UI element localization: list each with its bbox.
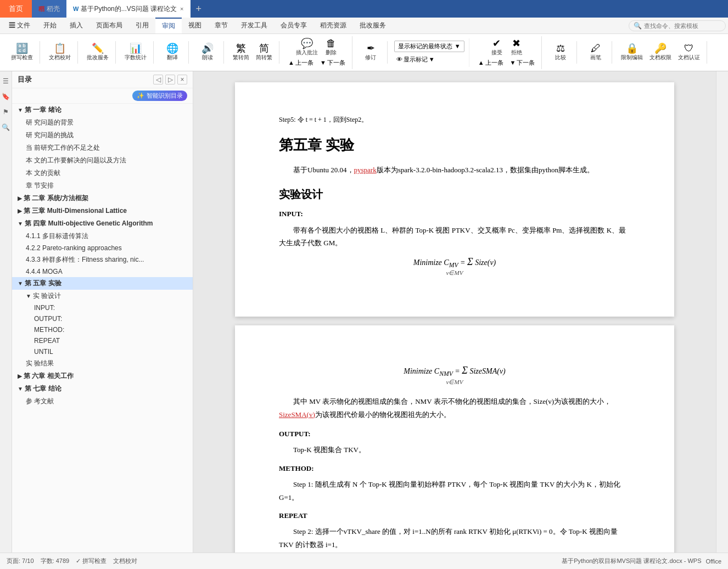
toc-ch4-item1[interactable]: 4.1.1 多目标遗传算法 bbox=[12, 230, 193, 243]
ribbon-tab-insert[interactable]: 插入 bbox=[63, 18, 89, 33]
toc-references[interactable]: 参 考文献 bbox=[12, 395, 193, 408]
toc-ch5-s1-method[interactable]: METHOD: bbox=[12, 324, 193, 335]
toc-ch5-s1-output[interactable]: OUTPUT: bbox=[12, 313, 193, 324]
show-markup-btn[interactable]: 👁 显示标记 ▼ bbox=[394, 54, 464, 65]
doc-tab-close[interactable]: × bbox=[180, 5, 183, 12]
ribbon-group-tradsimp: 繁 繁转简 简 简转繁 bbox=[226, 41, 279, 64]
toc-toggle-ch7[interactable]: ▼ bbox=[18, 386, 23, 392]
ribbon-group-readaloud: 🔊 朗读 bbox=[191, 41, 224, 64]
accept-btn[interactable]: ✔ 接受 bbox=[488, 37, 506, 58]
next-comment-btn[interactable]: ▼ 下一条 bbox=[318, 58, 348, 68]
repeat-label: REPEAT bbox=[279, 509, 630, 522]
home-tab[interactable]: 首页 bbox=[0, 0, 32, 18]
ribbon-tab-chapter[interactable]: 章节 bbox=[208, 18, 234, 33]
track-changes-btn[interactable]: ✏️ 批改服务 bbox=[85, 42, 111, 63]
toc-toggle-ch5s1[interactable]: ▼ bbox=[26, 293, 31, 299]
compare-btn[interactable]: ⚖ 比较 bbox=[552, 42, 569, 63]
toc-ch1-item3[interactable]: 当 前研究工作的不足之处 bbox=[12, 142, 193, 154]
toc-ch1-item1[interactable]: 研 究问题的背景 bbox=[12, 116, 193, 129]
ribbon-group-translate: 🌐 翻译 bbox=[156, 41, 189, 64]
sidebar-ctrl-next[interactable]: ▷ bbox=[165, 75, 175, 84]
ribbon-tab-vip[interactable]: 会员专享 bbox=[274, 18, 313, 33]
toc-toggle-ch1[interactable]: ▼ bbox=[18, 107, 23, 113]
toc-ch4-item4[interactable]: 4.4.4 MOGA bbox=[12, 266, 193, 277]
trad-simp-btn[interactable]: 繁 繁转简 bbox=[231, 42, 251, 63]
prev-change-btn[interactable]: ▲ 上一条 bbox=[476, 58, 506, 68]
doc-tab[interactable]: W 基于Python的...VS问题 课程论文 × bbox=[66, 0, 191, 18]
toc-chapter3[interactable]: ▶第 三章 Multi-Dimensional Lattice bbox=[12, 205, 193, 217]
toc-ch5-s1-input[interactable]: INPUT: bbox=[12, 302, 193, 313]
toc-chapter1[interactable]: ▼第 一章 绪论 bbox=[12, 104, 193, 116]
toc-ch1-item2[interactable]: 研 究问题的挑战 bbox=[12, 129, 193, 142]
reject-btn[interactable]: ✖ 拒绝 bbox=[508, 37, 525, 58]
search-bar[interactable]: 🔍 bbox=[629, 20, 726, 31]
ribbon-group-compare-top: 📋 文档校对 bbox=[47, 42, 73, 63]
ribbon-tab-daoke[interactable]: 稻壳资源 bbox=[313, 18, 353, 33]
toc-ch5-sec1[interactable]: ▼实 验设计 bbox=[12, 290, 193, 302]
file-permission-btn[interactable]: 🔑 文档权限 bbox=[647, 42, 674, 63]
prev-comment-btn[interactable]: ▲ 上一条 bbox=[286, 58, 316, 68]
mv-desc: 其中 MV 表示物化的视图组成的集合，NMV 表示不物化的视图组成的集合，Siz… bbox=[279, 395, 630, 421]
read-aloud-btn[interactable]: 🔊 朗读 bbox=[199, 42, 216, 63]
wps-tab[interactable]: 稻 稻壳 bbox=[32, 0, 66, 18]
ink-btn[interactable]: 🖊 画笔 bbox=[587, 42, 604, 63]
toc-chapter6[interactable]: ▶第 六章 相关工作 bbox=[12, 370, 193, 382]
ai-toc-btn[interactable]: ✨ 智能识别目录 bbox=[132, 91, 187, 101]
doc-page-1: Step5: 令 t = t + 1，回到Step2。 第五章 实验 基于Ubu… bbox=[235, 82, 674, 317]
char-count-btn[interactable]: 📊 字数统计 bbox=[122, 42, 149, 63]
ribbon-tab-review[interactable]: 审阅 bbox=[155, 18, 182, 33]
toc-toggle-ch5[interactable]: ▼ bbox=[18, 280, 23, 286]
toc-ch5-s1-until[interactable]: UNTIL bbox=[12, 346, 193, 357]
restrict-edit-btn[interactable]: 🔒 限制编辑 bbox=[619, 42, 645, 63]
show-markup-dropdown[interactable]: 显示标记的最终状态 ▼ bbox=[394, 41, 464, 52]
toc-ch5-sec2[interactable]: 实 验结果 bbox=[12, 357, 193, 370]
toc-ch1-item6[interactable]: 章 节安排 bbox=[12, 179, 193, 192]
ribbon-tab-reference[interactable]: 引用 bbox=[129, 18, 155, 33]
toc-toggle-ch3[interactable]: ▶ bbox=[18, 208, 22, 214]
toc-chapter7[interactable]: ▼第 七章 结论 bbox=[12, 382, 193, 395]
toc-chapter2[interactable]: ▶第 二章 系统/方法框架 bbox=[12, 192, 193, 205]
insert-comment-btn[interactable]: 💬 插入批注 bbox=[294, 37, 320, 58]
ribbon-tab-file[interactable]: ☰ 文件 bbox=[2, 18, 37, 33]
toc-toggle-ch4[interactable]: ▼ bbox=[18, 221, 23, 227]
ribbon-tab-home[interactable]: 开始 bbox=[37, 18, 63, 33]
revise-btn[interactable]: ✒ 修订 bbox=[362, 42, 379, 63]
output-label-bold: OUTPUT: bbox=[279, 430, 311, 438]
toc-chapter5[interactable]: ▼第 五章 实验 bbox=[12, 277, 193, 290]
toc-ch1-item5[interactable]: 本 文的贡献 bbox=[12, 167, 193, 179]
document-area[interactable]: Step5: 令 t = t + 1，回到Step2。 第五章 实验 基于Ubu… bbox=[193, 71, 716, 553]
ribbon-tab-proofread[interactable]: 批改服务 bbox=[353, 18, 393, 33]
delete-comment-btn[interactable]: 🗑 删除 bbox=[322, 37, 340, 58]
next-change-btn[interactable]: ▼ 下一条 bbox=[508, 58, 537, 68]
doc-compare-status[interactable]: 文档校对 bbox=[113, 557, 137, 565]
ribbon-tab-dev[interactable]: 开发工具 bbox=[234, 18, 274, 33]
panel-nav-icon[interactable]: ⚑ bbox=[1, 106, 12, 117]
ribbon-tab-layout[interactable]: 页面布局 bbox=[89, 18, 129, 33]
panel-toc-icon[interactable]: ☰ bbox=[1, 76, 12, 87]
sidebar-ctrl-prev[interactable]: ◁ bbox=[153, 75, 163, 84]
panel-search-icon[interactable]: 🔍 bbox=[1, 122, 12, 133]
simp-trad-btn[interactable]: 简 简转繁 bbox=[254, 42, 275, 63]
toc-ch5-s1-repeat[interactable]: REPEAT bbox=[12, 335, 193, 346]
sidebar-ctrl-close[interactable]: × bbox=[177, 75, 187, 84]
spell-check-btn[interactable]: 🔡 拼写检查 bbox=[9, 42, 35, 63]
search-input[interactable] bbox=[644, 22, 721, 29]
toc-chapter4[interactable]: ▼第 四章 Multi-objective Genetic Algorithm bbox=[12, 217, 193, 230]
doc-verify-btn[interactable]: 🛡 文档认证 bbox=[676, 42, 702, 63]
spell-check-status[interactable]: ✓ 拼写检查 bbox=[76, 557, 107, 565]
toc-toggle-ch6[interactable]: ▶ bbox=[18, 373, 22, 379]
toc-toggle-ch2[interactable]: ▶ bbox=[18, 195, 22, 201]
toc-ch1-item4[interactable]: 本 文的工作要解决的问题以及方法 bbox=[12, 154, 193, 167]
doc-compare-btn[interactable]: 📋 文档校对 bbox=[47, 42, 73, 63]
char-count-status: 字数: 4789 bbox=[41, 557, 70, 565]
translate-icon: 🌐 bbox=[166, 43, 178, 53]
toc-ch4-item2[interactable]: 4.2.2 Pareto-ranking approaches bbox=[12, 243, 193, 253]
sidebar-header: 目录 ◁ ▷ × bbox=[12, 71, 193, 88]
prev-change-label: 上一条 bbox=[485, 59, 503, 67]
ribbon-tab-view[interactable]: 视图 bbox=[182, 18, 208, 33]
sizesma-link: SizeSMA(v) bbox=[279, 410, 315, 419]
toc-ch4-item3[interactable]: 4.3.3 种群多样性：Fitness sharing, nic... bbox=[12, 253, 193, 266]
translate-btn[interactable]: 🌐 翻译 bbox=[164, 42, 181, 63]
panel-bookmark-icon[interactable]: 🔖 bbox=[1, 91, 12, 102]
new-tab-btn[interactable]: + bbox=[191, 3, 208, 15]
